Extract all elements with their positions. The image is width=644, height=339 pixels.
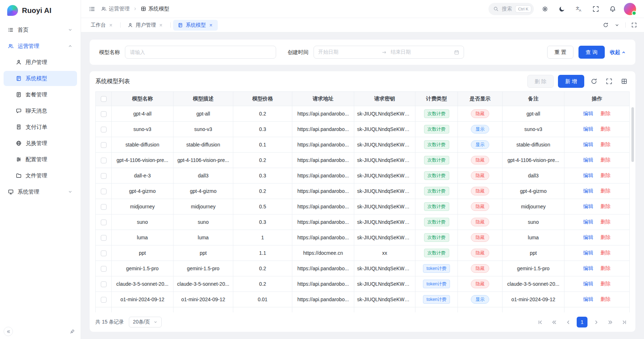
- sidebar-item-system-management[interactable]: 系统管理: [4, 184, 77, 199]
- notifications-button[interactable]: [607, 3, 618, 15]
- maximize-table-button[interactable]: [604, 76, 614, 87]
- edit-link[interactable]: 编辑: [583, 188, 593, 194]
- delete-link[interactable]: 删除: [600, 296, 611, 302]
- settings-button[interactable]: [539, 3, 551, 15]
- delete-link[interactable]: 删除: [600, 250, 611, 256]
- jump-forward-button[interactable]: [605, 317, 616, 327]
- page-1-button[interactable]: 1: [577, 317, 587, 327]
- edit-link[interactable]: 编辑: [583, 281, 593, 286]
- edit-link[interactable]: 编辑: [583, 172, 593, 178]
- row-checkbox[interactable]: [101, 266, 107, 272]
- select-all-checkbox[interactable]: [101, 96, 107, 102]
- sidebar-item-label: 系统管理: [18, 189, 39, 195]
- edit-link[interactable]: 编辑: [583, 126, 593, 132]
- edit-link[interactable]: 编辑: [583, 141, 593, 147]
- edit-link[interactable]: 编辑: [583, 234, 593, 240]
- close-icon[interactable]: [109, 23, 113, 27]
- sidebar-item-operations[interactable]: 运营管理: [4, 39, 77, 54]
- date-range-picker[interactable]: 开始日期 结束日期: [314, 46, 464, 59]
- user-avatar[interactable]: [624, 3, 636, 15]
- table-scrollbar-thumb[interactable]: [631, 107, 634, 162]
- column-header-3: 请求地址: [292, 92, 354, 106]
- delete-link[interactable]: 删除: [600, 203, 611, 209]
- edit-link[interactable]: 编辑: [583, 265, 593, 271]
- edit-link[interactable]: 编辑: [583, 110, 593, 116]
- sidebar-item-package-management[interactable]: 套餐管理: [4, 87, 77, 102]
- tab-system-model[interactable]: 系统模型: [173, 20, 218, 31]
- cell-request-url: https://api.pandarobo...: [292, 292, 354, 307]
- delete-link[interactable]: 删除: [600, 188, 611, 194]
- refresh-table-button[interactable]: [589, 76, 599, 87]
- refresh-tab-button[interactable]: [600, 20, 611, 30]
- next-page-button[interactable]: [591, 317, 602, 327]
- column-settings-button[interactable]: [619, 76, 630, 87]
- row-checkbox[interactable]: [101, 204, 107, 210]
- tab-options-button[interactable]: [612, 20, 622, 30]
- model-name-input[interactable]: [125, 46, 276, 59]
- row-checkbox[interactable]: [101, 111, 107, 117]
- sidebar-item-home[interactable]: 首页: [4, 22, 77, 37]
- row-checkbox[interactable]: [101, 127, 107, 132]
- global-search[interactable]: 搜索 Ctrl K: [488, 3, 534, 15]
- menu-toggle-button[interactable]: [89, 6, 95, 12]
- batch-delete-button[interactable]: 删 除: [527, 75, 554, 88]
- sidebar-item-system-model[interactable]: 系统模型: [4, 71, 77, 86]
- page-size-select[interactable]: 20条/页: [129, 317, 161, 327]
- breadcrumb-system-model[interactable]: 系统模型: [141, 5, 169, 12]
- tab-workbench[interactable]: 工作台: [86, 20, 118, 31]
- dark-mode-button[interactable]: [556, 3, 568, 15]
- sidebar-item-exchange-management[interactable]: 兑换管理: [4, 136, 77, 151]
- cell-request-key: sk-JIUQLNndqSeKWU...: [354, 168, 415, 184]
- sidebar-item-config-management[interactable]: 配置管理: [4, 152, 77, 167]
- row-checkbox[interactable]: [101, 297, 107, 303]
- close-icon[interactable]: [209, 23, 213, 27]
- delete-link[interactable]: 删除: [600, 219, 611, 225]
- app-logo[interactable]: Ruoyi AI: [0, 0, 81, 21]
- tab-user-management[interactable]: 用户管理: [123, 20, 168, 31]
- last-page-button[interactable]: [619, 317, 630, 327]
- query-button[interactable]: 查 询: [578, 46, 605, 59]
- row-checkbox[interactable]: [101, 189, 107, 194]
- sidebar-pin-button[interactable]: [68, 327, 77, 336]
- delete-link[interactable]: 删除: [600, 172, 611, 178]
- delete-link[interactable]: 删除: [600, 141, 611, 147]
- delete-link[interactable]: 删除: [600, 281, 611, 286]
- edit-link[interactable]: 编辑: [583, 296, 593, 302]
- cell-request-key: sk-JIUQLNndqSeKWU...: [354, 292, 415, 307]
- delete-link[interactable]: 删除: [600, 126, 611, 132]
- edit-link[interactable]: 编辑: [583, 219, 593, 225]
- cell-request-key: sk-JIUQLNndqSeKWU...: [354, 122, 415, 137]
- collapse-filter-link[interactable]: 收起: [610, 49, 626, 56]
- sidebar-item-payment-orders[interactable]: 支付订单: [4, 119, 77, 135]
- add-button[interactable]: 新 增: [558, 75, 584, 88]
- row-checkbox[interactable]: [101, 220, 107, 225]
- prev-page-button[interactable]: [563, 317, 573, 327]
- sidebar-item-chat-messages[interactable]: 聊天消息: [4, 103, 77, 118]
- row-checkbox[interactable]: [101, 158, 107, 163]
- close-icon[interactable]: [159, 23, 163, 27]
- sidebar-item-user-management[interactable]: 用户管理: [4, 55, 77, 70]
- language-button[interactable]: [573, 3, 585, 15]
- sidebar-item-file-management[interactable]: 文件管理: [4, 168, 77, 183]
- reset-button[interactable]: 重 置: [547, 46, 573, 59]
- sidebar-collapse-button[interactable]: [4, 327, 13, 336]
- row-checkbox[interactable]: [101, 235, 107, 241]
- delete-link[interactable]: 删除: [600, 265, 611, 271]
- breadcrumb-operations[interactable]: 运营管理: [101, 5, 130, 12]
- maximize-content-button[interactable]: [629, 20, 639, 30]
- edit-link[interactable]: 编辑: [583, 203, 593, 209]
- row-checkbox[interactable]: [101, 281, 107, 287]
- cell-model-price: 0.2: [233, 276, 292, 292]
- jump-back-button[interactable]: [549, 317, 559, 327]
- delete-link[interactable]: 删除: [600, 234, 611, 240]
- cell-request-url: https://api.pandarobo...: [292, 276, 354, 292]
- fullscreen-button[interactable]: [590, 3, 602, 15]
- delete-link[interactable]: 删除: [600, 157, 611, 163]
- edit-link[interactable]: 编辑: [583, 250, 593, 256]
- row-checkbox[interactable]: [101, 250, 107, 256]
- edit-link[interactable]: 编辑: [583, 157, 593, 163]
- row-checkbox[interactable]: [101, 142, 107, 148]
- row-checkbox[interactable]: [101, 173, 107, 179]
- first-page-button[interactable]: [535, 317, 545, 327]
- delete-link[interactable]: 删除: [600, 110, 611, 116]
